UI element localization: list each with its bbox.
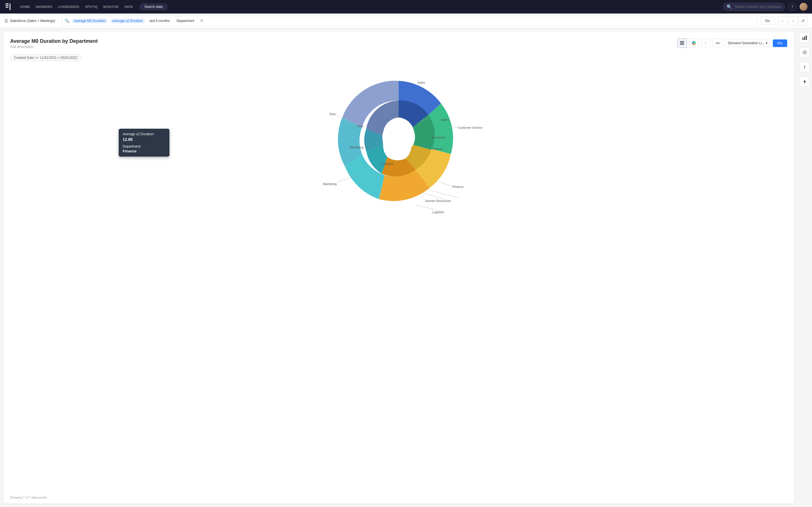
liveboards-dropdown-label: Demand Generation Li... bbox=[728, 41, 765, 45]
chart-header: Average M0 Duration by Department Add de… bbox=[10, 38, 787, 49]
tooltip-label2: Department: bbox=[123, 145, 165, 149]
pin-button[interactable]: Pin bbox=[773, 40, 787, 47]
main-content: Average M0 Duration by Department Add de… bbox=[0, 28, 812, 507]
svg-rect-6 bbox=[680, 44, 684, 45]
svg-line-9 bbox=[435, 181, 458, 188]
svg-point-19 bbox=[804, 52, 806, 53]
side-lightning-icon[interactable] bbox=[800, 76, 810, 87]
global-search[interactable]: 🔍 bbox=[723, 3, 785, 11]
chart-title-section: Average M0 Duration by Department Add de… bbox=[10, 38, 98, 49]
svg-rect-18 bbox=[806, 36, 807, 40]
avatar[interactable] bbox=[800, 3, 808, 11]
svg-line-11 bbox=[421, 188, 458, 198]
search-chips-container[interactable]: 🔍 average M0 Duration average s2 Duratio… bbox=[62, 16, 757, 26]
status-bar: Showing 7 of 7 data points bbox=[10, 496, 47, 499]
search-chips-icon: 🔍 bbox=[64, 18, 69, 23]
label-marketing-inner: Marketing bbox=[350, 146, 363, 149]
label-logistics-outer2: Logistics bbox=[432, 210, 444, 214]
chip-department[interactable]: Department bbox=[174, 18, 197, 23]
label-risk-inner: Risk bbox=[357, 124, 364, 128]
nav-arrows: ← → ↺ bbox=[778, 16, 808, 25]
label-finance-inner: Finance bbox=[432, 147, 443, 151]
label-customer-service-outer: Customer Service bbox=[458, 126, 483, 129]
chart-container: Sales Customer Service Finance Human Res… bbox=[10, 67, 787, 208]
nav-data[interactable]: DATA bbox=[124, 5, 133, 8]
liveboards-dropdown[interactable]: Demand Generation Li... ▾ bbox=[725, 39, 770, 47]
data-source-label: Salesforce (Sales + Meetings) bbox=[10, 19, 55, 23]
tooltip-label1: Average s2 Duration: bbox=[123, 132, 165, 136]
chart-tooltip: Average s2 Duration: 12.88 Department: F… bbox=[119, 129, 169, 157]
label-human-resources-outer: Human Resources bbox=[425, 199, 451, 203]
side-info-icon[interactable]: i bbox=[800, 62, 810, 72]
tooltip-value1: 12.88 bbox=[123, 137, 165, 142]
refresh-button[interactable]: ↺ bbox=[799, 16, 808, 25]
chip-s2-duration[interactable]: average s2 Duration bbox=[110, 18, 145, 23]
navbar: HOME ANSWERS LIVEBOARDS SPOTIQ MONITOR D… bbox=[0, 0, 812, 13]
label-risk-outer: Risk bbox=[329, 112, 336, 116]
nav-home[interactable]: HOME bbox=[20, 5, 30, 8]
label-customer-inner: Customer bbox=[432, 136, 446, 139]
side-panel: i bbox=[797, 28, 812, 507]
back-button[interactable]: ← bbox=[778, 16, 787, 25]
donut-chart-svg: Sales Customer Service Finance Human Res… bbox=[320, 67, 477, 208]
donut-hole bbox=[382, 121, 415, 154]
forward-button[interactable]: → bbox=[788, 16, 797, 25]
chart-title: Average M0 Duration by Department bbox=[10, 38, 98, 44]
search-row: ☰ Salesforce (Sales + Meetings) 🔍 averag… bbox=[0, 13, 812, 28]
svg-rect-2 bbox=[6, 7, 8, 8]
search-icon: 🔍 bbox=[726, 4, 732, 10]
content-area: Average M0 Duration by Department Add de… bbox=[3, 32, 794, 504]
date-filter[interactable]: Created Date >= 11/01/2021 < 05/01/2022 bbox=[10, 54, 81, 61]
svg-rect-4 bbox=[680, 41, 684, 42]
nav-answers[interactable]: ANSWERS bbox=[36, 5, 52, 8]
go-button[interactable]: Go bbox=[760, 17, 775, 25]
table-view-button[interactable] bbox=[677, 38, 687, 48]
logo[interactable] bbox=[4, 2, 13, 11]
chevron-down-icon: ▾ bbox=[766, 41, 767, 45]
side-settings-icon[interactable] bbox=[800, 47, 810, 57]
data-source[interactable]: ☰ Salesforce (Sales + Meetings) bbox=[4, 18, 59, 23]
side-chart-icon[interactable] bbox=[800, 33, 810, 43]
svg-rect-17 bbox=[804, 36, 805, 40]
chart-controls: ↑ ••• Demand Generation Li... ▾ Pin bbox=[677, 38, 787, 48]
nav-liveboards[interactable]: LIVEBOARDS bbox=[58, 5, 79, 8]
export-button[interactable]: ↑ bbox=[701, 38, 711, 48]
label-logistics-inner: Logistics bbox=[382, 162, 394, 165]
svg-rect-16 bbox=[802, 38, 804, 40]
tooltip-value2: Finance bbox=[123, 149, 165, 153]
nav-spotiq[interactable]: SPOTIQ bbox=[85, 5, 98, 8]
data-source-icon: ☰ bbox=[4, 18, 8, 23]
label-sales-inner: Sales bbox=[441, 118, 449, 121]
svg-rect-0 bbox=[6, 3, 8, 4]
avatar-image bbox=[800, 3, 808, 11]
help-button[interactable]: ? bbox=[788, 3, 796, 11]
add-description-link[interactable]: Add description bbox=[10, 45, 98, 49]
global-search-input[interactable] bbox=[734, 5, 781, 9]
search-data-button[interactable]: Search data bbox=[140, 3, 167, 10]
label-marketing-outer: Marketing bbox=[323, 182, 337, 186]
svg-rect-1 bbox=[6, 5, 8, 6]
chip-last-6-months[interactable]: last 6 months bbox=[147, 18, 172, 23]
svg-rect-5 bbox=[680, 43, 684, 43]
nav-right: 🔍 ? bbox=[723, 3, 808, 11]
svg-line-12 bbox=[416, 205, 444, 212]
chart-view-button[interactable] bbox=[689, 38, 699, 48]
nav-links: HOME ANSWERS LIVEBOARDS SPOTIQ MONITOR D… bbox=[20, 5, 133, 8]
svg-rect-3 bbox=[10, 3, 10, 10]
label-sales-outer: Sales bbox=[417, 81, 425, 84]
more-options-button[interactable]: ••• bbox=[713, 38, 722, 48]
chip-m0-duration[interactable]: average M0 Duration bbox=[71, 18, 108, 23]
nav-monitor[interactable]: MONITOR bbox=[103, 5, 119, 8]
search-clear-button[interactable]: ✕ bbox=[200, 18, 204, 23]
